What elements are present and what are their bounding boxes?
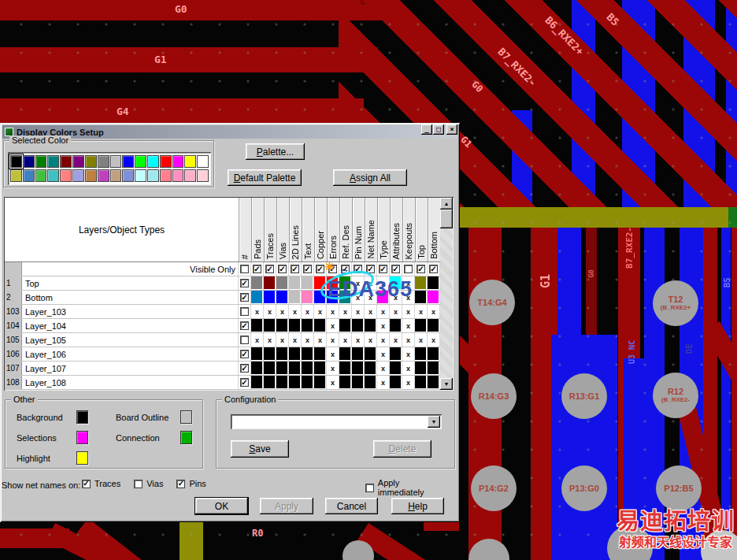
visible-only-checkbox-vias[interactable]: ✓ bbox=[278, 265, 287, 273]
visible-only-checkbox-text[interactable]: ✓ bbox=[303, 265, 312, 273]
color-cell-empty[interactable]: x bbox=[428, 305, 440, 318]
palette-swatch[interactable] bbox=[135, 169, 146, 182]
color-cell[interactable] bbox=[251, 376, 264, 389]
color-cell[interactable] bbox=[264, 276, 276, 290]
pad-r12[interactable]: R12(B_RXE2- bbox=[653, 373, 698, 418]
table-scrollbar[interactable]: ▲ ▼ bbox=[440, 198, 453, 390]
color-cell[interactable] bbox=[415, 291, 428, 304]
color-cell[interactable] bbox=[251, 319, 264, 332]
color-cell-empty[interactable]: x bbox=[339, 305, 352, 318]
color-cell-empty[interactable]: x bbox=[377, 305, 390, 318]
layer-name[interactable]: Top bbox=[22, 276, 239, 290]
palette-swatch[interactable] bbox=[85, 169, 97, 182]
color-cell[interactable] bbox=[264, 291, 276, 304]
color-cell-empty[interactable]: x bbox=[289, 305, 302, 318]
color-cell-empty[interactable]: x bbox=[289, 333, 302, 347]
layer-name[interactable]: Layer_105 bbox=[22, 333, 239, 347]
color-cell[interactable] bbox=[264, 319, 276, 332]
palette-swatch[interactable] bbox=[110, 155, 122, 168]
layer-visibility-checkbox[interactable] bbox=[240, 336, 249, 344]
column-header-pin-num[interactable]: Pin Num bbox=[352, 198, 365, 261]
background-swatch[interactable] bbox=[76, 410, 88, 424]
color-cell-empty[interactable]: x bbox=[377, 376, 390, 389]
palette-swatch[interactable] bbox=[98, 169, 109, 182]
visible-only-checkbox-keepouts[interactable] bbox=[404, 265, 413, 273]
palette-swatch[interactable] bbox=[23, 155, 35, 168]
column-header-ref-des[interactable]: Ref. Des bbox=[339, 198, 352, 261]
assign-all-button[interactable]: Assign All bbox=[333, 169, 407, 186]
color-cell[interactable] bbox=[415, 319, 428, 332]
color-cell-empty[interactable]: x bbox=[302, 305, 314, 318]
layer-visibility-checkbox[interactable]: ✓ bbox=[240, 279, 249, 287]
palette-swatch[interactable] bbox=[172, 155, 184, 168]
color-cell-empty[interactable]: x bbox=[251, 305, 264, 318]
layer-name[interactable]: Layer_104 bbox=[22, 319, 239, 332]
pad-r13-g1[interactable]: R13:G1 bbox=[561, 373, 607, 419]
color-cell[interactable] bbox=[251, 291, 264, 304]
color-cell-empty[interactable]: x bbox=[327, 376, 339, 389]
color-cell[interactable] bbox=[302, 362, 314, 375]
color-cell-empty[interactable]: x bbox=[352, 305, 365, 318]
color-cell[interactable] bbox=[390, 362, 402, 375]
color-cell[interactable] bbox=[428, 276, 440, 290]
column-header-attributes[interactable]: Attributes bbox=[390, 198, 402, 261]
color-cell[interactable] bbox=[390, 347, 402, 361]
pad-p13-g0[interactable]: P13:G0 bbox=[561, 465, 607, 511]
column-header-copper[interactable]: Copper bbox=[314, 198, 327, 261]
pad-t12[interactable]: T12(B_RXE2+ bbox=[653, 280, 698, 326]
palette-swatch[interactable] bbox=[110, 169, 122, 182]
palette-swatch[interactable] bbox=[10, 155, 22, 168]
color-cell[interactable] bbox=[314, 347, 327, 361]
color-cell[interactable] bbox=[339, 376, 352, 389]
layer-visibility-checkbox[interactable]: ✓ bbox=[240, 350, 249, 358]
pad-p14-g2[interactable]: P14:G2 bbox=[471, 465, 517, 511]
maximize-button[interactable]: □ bbox=[433, 124, 444, 135]
color-cell-empty[interactable]: x bbox=[327, 319, 339, 332]
color-cell[interactable] bbox=[428, 291, 440, 304]
color-cell[interactable] bbox=[415, 376, 428, 389]
palette-swatch[interactable] bbox=[60, 169, 72, 182]
column-header-net-name[interactable]: Net Name bbox=[365, 198, 377, 261]
palette-swatch[interactable] bbox=[35, 169, 47, 182]
palette-swatch[interactable] bbox=[197, 155, 209, 168]
color-cell-empty[interactable]: x bbox=[415, 333, 428, 347]
palette-swatch[interactable] bbox=[85, 155, 97, 168]
color-cell[interactable] bbox=[251, 276, 264, 290]
color-cell-empty[interactable]: x bbox=[352, 333, 365, 347]
column-header-keepouts[interactable]: Keepouts bbox=[402, 198, 415, 261]
color-cell-empty[interactable]: x bbox=[276, 333, 289, 347]
apply-immediately-option[interactable]: Apply immediately bbox=[365, 478, 446, 497]
color-cell[interactable] bbox=[276, 276, 289, 290]
net-names-option-pins[interactable]: ✓ Pins bbox=[176, 479, 206, 488]
pad-r14-g3[interactable]: R14:G3 bbox=[471, 373, 517, 419]
layer-name[interactable]: Layer_107 bbox=[22, 362, 239, 375]
palette-swatch[interactable] bbox=[135, 155, 146, 168]
color-cell[interactable] bbox=[365, 347, 377, 361]
color-cell[interactable] bbox=[365, 376, 377, 389]
color-cell-empty[interactable]: x bbox=[264, 333, 276, 347]
color-cell-empty[interactable]: x bbox=[402, 305, 415, 318]
palette-swatch[interactable] bbox=[147, 169, 159, 182]
delete-button[interactable]: Delete bbox=[373, 440, 431, 458]
close-button[interactable]: × bbox=[446, 124, 457, 135]
combobox-dropdown-icon[interactable]: ▼ bbox=[428, 416, 440, 428]
color-cell[interactable] bbox=[314, 362, 327, 375]
color-cell[interactable] bbox=[415, 362, 428, 375]
palette-swatch[interactable] bbox=[47, 155, 59, 168]
cancel-button[interactable]: Cancel bbox=[325, 498, 378, 514]
pad-p12-b5[interactable]: P12:B5 bbox=[656, 465, 702, 511]
net-names-checkbox-pins[interactable]: ✓ bbox=[176, 480, 185, 488]
color-cell[interactable] bbox=[289, 276, 302, 290]
palette-swatch[interactable] bbox=[23, 169, 35, 182]
layer-visibility-checkbox[interactable]: ✓ bbox=[240, 293, 249, 302]
layer-visibility-checkbox[interactable]: ✓ bbox=[240, 321, 249, 330]
color-cell-empty[interactable]: x bbox=[251, 333, 264, 347]
scroll-up-arrow[interactable]: ▲ bbox=[440, 198, 453, 210]
color-cell-empty[interactable]: x bbox=[390, 305, 402, 318]
color-cell[interactable] bbox=[302, 291, 314, 304]
ok-button[interactable]: OK bbox=[195, 498, 248, 514]
column-header-errors[interactable]: Errors bbox=[327, 198, 339, 261]
column-header-type[interactable]: Type bbox=[377, 198, 390, 261]
palette-swatch[interactable] bbox=[122, 169, 134, 182]
board-outline-swatch[interactable] bbox=[180, 410, 192, 424]
